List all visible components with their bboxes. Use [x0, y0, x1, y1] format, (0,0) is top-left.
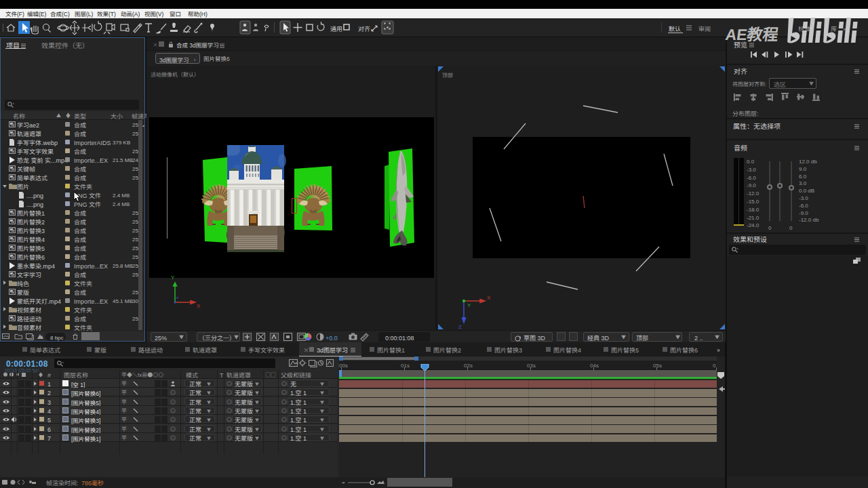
svg-text:Y: Y [171, 274, 175, 281]
svg-text:X: X [487, 295, 491, 301]
svg-text:Z: Z [458, 324, 462, 330]
svg-text:z: z [176, 296, 178, 300]
svg-text:X: X [197, 303, 201, 309]
svg-text:Y: Y [467, 302, 471, 308]
